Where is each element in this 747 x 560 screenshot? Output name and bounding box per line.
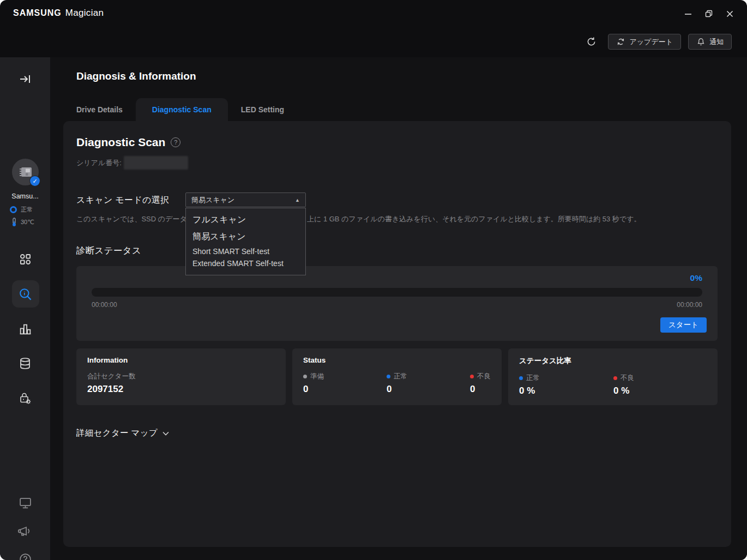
bar-chart-icon <box>19 322 32 336</box>
tab-led-setting[interactable]: LED Setting <box>228 98 297 121</box>
drive-avatar[interactable]: ✓ <box>12 159 39 185</box>
chevron-up-icon: ▲ <box>295 197 300 203</box>
dropdown-option-full-scan[interactable]: フルスキャン <box>186 212 305 228</box>
thermometer-icon <box>11 218 17 227</box>
brand-magician: Magician <box>65 8 104 19</box>
diagnosis-search-icon <box>18 287 33 302</box>
good-ratio-value: 0 % <box>519 386 613 396</box>
good-value: 0 <box>387 384 470 395</box>
dropdown-option-extended-smart[interactable]: Extended SMART Self-test <box>186 257 305 269</box>
ready-label: 準備 <box>310 372 324 381</box>
sidebar-item-performance[interactable] <box>0 322 50 336</box>
serial-number-label: シリアル番号: <box>76 158 122 168</box>
tab-bar: Drive Details Diagnostic Scan LED Settin… <box>63 98 297 121</box>
lock-gear-icon <box>18 391 32 406</box>
sidebar-item-data-management[interactable] <box>0 357 50 370</box>
dropdown-option-short-smart[interactable]: Short SMART Self-test <box>186 245 305 257</box>
header-actions: アップデート 通知 <box>585 34 732 50</box>
database-icon <box>19 357 32 370</box>
progress-panel: 0% 00:00:00 00:00:00 スタート <box>76 266 718 341</box>
sidebar-item-announcements[interactable] <box>0 524 50 538</box>
bad-ratio-label: 不良 <box>621 374 634 383</box>
arrow-right-icon <box>20 76 27 82</box>
sidebar-item-security[interactable] <box>0 391 50 406</box>
status-ratio-card: ステータス比率 正常 0 % 不良 0 % <box>508 348 718 405</box>
scan-mode-selected-value: 簡易スキャン <box>191 195 234 205</box>
scan-description-right: 上に 1 GB のファイルの書き込みを行い、それを元のファイルと比較します。所要… <box>307 214 641 223</box>
scan-description: このスキャンでは、SSD のデータ 上に 1 GB のファイルの書き込みを行い、… <box>76 214 718 223</box>
status-card: Status 準備 0 正常 0 不良 0 <box>292 348 502 405</box>
close-button[interactable] <box>722 7 737 21</box>
bell-icon <box>696 38 705 46</box>
sidebar-item-pc-optimization[interactable] <box>0 496 50 510</box>
ready-value: 0 <box>303 384 387 395</box>
sector-map-label: 詳細セクター マップ <box>76 427 158 439</box>
app-window: SAMSUNG Magician <box>0 0 747 560</box>
drive-health-row: 正常 <box>10 206 33 214</box>
sync-icon <box>616 38 625 46</box>
main-content: Diagnosis & Information Drive Details Di… <box>50 57 747 560</box>
bad-dot-icon <box>470 375 474 378</box>
total-sectors-value: 2097152 <box>87 384 135 395</box>
status-card-title: Status <box>303 356 491 364</box>
start-button[interactable]: スタート <box>660 317 707 333</box>
scan-mode-select[interactable]: 簡易スキャン ▲ <box>185 192 306 207</box>
drive-temp-row: 30℃ <box>11 218 34 227</box>
notification-button-label: 通知 <box>709 37 724 47</box>
restore-button[interactable] <box>701 7 716 21</box>
health-ring-icon <box>10 206 17 213</box>
dashboard-grid-icon <box>19 252 32 266</box>
refresh-icon[interactable] <box>585 35 598 49</box>
panel-help-icon[interactable]: ? <box>171 137 180 147</box>
status-ratio-card-title: ステータス比率 <box>519 356 707 366</box>
drive-name[interactable]: Samsu... <box>0 192 50 200</box>
page-title: Diagnosis & Information <box>76 70 196 82</box>
total-sectors-label: 合計セクター数 <box>87 372 135 381</box>
scan-mode-dropdown: フルスキャン 簡易スキャン Short SMART Self-test Exte… <box>185 208 306 275</box>
progress-percent: 0% <box>690 273 702 283</box>
titlebar: SAMSUNG Magician <box>0 0 747 26</box>
diagnosis-status-heading: 診断ステータス <box>76 245 718 257</box>
ssd-icon <box>19 166 33 178</box>
window-controls <box>680 7 737 21</box>
megaphone-icon <box>18 524 32 538</box>
information-card-title: Information <box>87 356 275 364</box>
notification-button[interactable]: 通知 <box>688 34 732 50</box>
sidebar-item-help[interactable] <box>0 552 50 560</box>
good-dot-icon <box>387 375 390 378</box>
brand-samsung: SAMSUNG <box>13 8 62 18</box>
sidebar-item-diagnosis[interactable] <box>0 287 50 302</box>
dropdown-option-short-scan[interactable]: 簡易スキャン <box>186 228 305 245</box>
help-icon <box>19 552 32 560</box>
scan-mode-label: スキャン モードの選択 <box>76 195 169 204</box>
elapsed-time: 00:00:00 <box>92 301 117 309</box>
serial-number-redacted <box>124 156 188 170</box>
tab-drive-details[interactable]: Drive Details <box>63 98 136 121</box>
monitor-icon <box>19 496 32 510</box>
drive-health-label: 正常 <box>21 206 33 214</box>
drive-temp-label: 30℃ <box>21 219 34 226</box>
bad-ratio-value: 0 % <box>613 386 708 396</box>
update-button-label: アップデート <box>629 37 673 47</box>
remaining-time: 00:00:00 <box>677 301 702 309</box>
diagnostic-scan-panel: Diagnostic Scan ? シリアル番号: スキャン モードの選択 簡易… <box>63 121 731 547</box>
sector-map-toggle[interactable]: 詳細セクター マップ <box>76 427 718 439</box>
sidebar: ✓ Samsu... 正常 30℃ <box>0 57 50 560</box>
scan-mode-row: スキャン モードの選択 簡易スキャン ▲ フルスキャン 簡易スキャン Short… <box>76 192 718 207</box>
scan-description-left: このスキャンでは、SSD のデータ <box>76 215 187 223</box>
drive-check-badge: ✓ <box>29 176 40 186</box>
sidebar-expand-button[interactable] <box>0 73 50 86</box>
panel-title: Diagnostic Scan <box>76 136 165 149</box>
chevron-down-icon <box>162 431 169 436</box>
tab-diagnostic-scan[interactable]: Diagnostic Scan <box>136 98 228 121</box>
minimize-button[interactable] <box>680 7 696 21</box>
information-card: Information 合計セクター数 2097152 <box>76 348 286 405</box>
update-button[interactable]: アップデート <box>608 34 681 50</box>
sidebar-item-dashboard[interactable] <box>0 252 50 266</box>
bad-label: 不良 <box>477 372 491 381</box>
ready-dot-icon <box>303 375 307 378</box>
bad-ratio-dot-icon <box>613 376 617 380</box>
app-logo: SAMSUNG Magician <box>13 8 104 19</box>
good-label: 正常 <box>394 372 407 381</box>
good-ratio-label: 正常 <box>526 374 540 383</box>
